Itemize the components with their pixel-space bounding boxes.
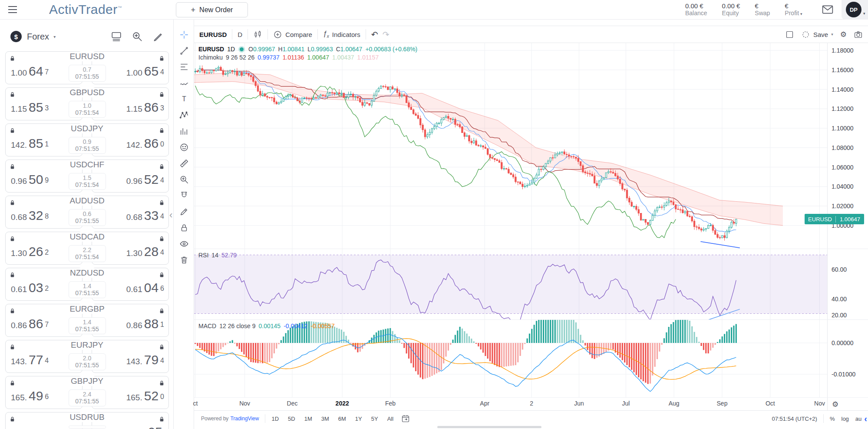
lock-icon[interactable] [10, 416, 15, 422]
eye-icon[interactable] [179, 239, 189, 249]
price-plot[interactable] [194, 43, 827, 249]
watchlist-display-icon[interactable] [111, 31, 122, 42]
lock-icon[interactable] [159, 163, 165, 170]
account-metric[interactable]: 0.00 €Equity [722, 2, 740, 18]
range-1y[interactable]: 1Y [355, 416, 362, 422]
range-1m[interactable]: 1M [304, 416, 312, 422]
rsi-axis[interactable]: 60.0040.0020.00 [827, 249, 868, 319]
scale-option-%[interactable]: % [830, 416, 835, 422]
lock-icon[interactable] [159, 380, 165, 386]
lock-icon[interactable] [10, 308, 15, 314]
camera-icon[interactable] [854, 30, 863, 39]
rsi-plot[interactable] [194, 249, 827, 319]
axis-settings-gear-icon[interactable]: ⚙ [832, 400, 838, 409]
mail-icon[interactable] [822, 5, 833, 14]
macd-plot[interactable] [194, 320, 827, 397]
user-menu[interactable]: DP ▾ [842, 0, 868, 20]
lock-icon[interactable] [10, 91, 15, 98]
compare-button[interactable]: Compare [273, 30, 312, 39]
range-all[interactable]: All [387, 416, 393, 422]
account-metric[interactable]: €Swap [755, 2, 770, 18]
draw-icon[interactable] [152, 31, 164, 42]
lock-icon[interactable] [10, 272, 15, 278]
lock-icon[interactable] [10, 380, 15, 386]
tradingview-link[interactable]: TradingView [230, 416, 259, 422]
lock-icon[interactable] [159, 344, 165, 350]
ruler-icon[interactable] [179, 159, 189, 168]
crosshair-icon[interactable] [179, 30, 189, 40]
new-order-button[interactable]: + New Order [176, 2, 248, 17]
symbol-search-button[interactable]: EURUSD [199, 31, 227, 38]
lock-icon[interactable] [159, 416, 165, 422]
spread-box [69, 426, 106, 429]
spread-box: 1.007:51:54 [69, 101, 106, 118]
save-button[interactable]: Save ▾ [801, 30, 833, 39]
text-icon[interactable]: T [179, 94, 189, 104]
spread-box: 0.707:51:55 [69, 65, 106, 82]
lock-icon[interactable] [159, 200, 165, 206]
indicators-button[interactable]: ƒx Indicators [323, 30, 360, 39]
lock-icon[interactable] [10, 236, 15, 242]
group-selector[interactable]: Forex [27, 32, 49, 42]
range-6m[interactable]: 6M [338, 416, 346, 422]
redo-button[interactable]: ↷ [383, 30, 389, 39]
lock-icon[interactable] [10, 127, 15, 134]
trend-line-icon[interactable] [179, 46, 189, 56]
emoji-icon[interactable] [179, 143, 189, 152]
scrollbar[interactable] [437, 426, 541, 428]
price-value: 0.96524 [126, 172, 164, 187]
range-5y[interactable]: 5Y [371, 416, 378, 422]
clock-label[interactable]: 07:51:54 (UTC+2) [772, 416, 817, 422]
lock-icon[interactable] [159, 272, 165, 278]
undo-button[interactable]: ↶ [371, 30, 378, 39]
account-metric[interactable]: 0.00 €Balance [685, 2, 707, 18]
lock-icon[interactable] [10, 200, 15, 206]
candles-style-icon[interactable] [253, 30, 262, 39]
watchlist-item: 142.851142.860USDJPY0.907:51:55 [5, 123, 169, 157]
range-5d[interactable]: 5D [288, 416, 295, 422]
lock-icon[interactable] [159, 236, 165, 242]
gear-icon[interactable]: ⚙ [840, 30, 847, 39]
interval-button[interactable]: D [238, 31, 242, 38]
xabcd-pattern-icon[interactable] [179, 110, 189, 120]
rsi-legend: RSI1452.79 [198, 251, 237, 259]
range-1d[interactable]: 1D [271, 416, 279, 422]
zoom-in-icon[interactable] [132, 31, 143, 42]
scale-option-au[interactable]: au [855, 416, 861, 422]
account-metric[interactable]: €Profit▾ [785, 2, 802, 18]
market-status-dot [240, 47, 244, 51]
lock-icon[interactable] [159, 308, 165, 314]
lock-icon[interactable] [159, 55, 165, 62]
sidebar-collapse-icon[interactable]: ‹ [169, 210, 172, 221]
trash-icon[interactable] [179, 255, 189, 265]
symbol-label: USDCHF [66, 160, 109, 170]
lock-icon[interactable] [10, 55, 15, 62]
lock-icon[interactable] [179, 223, 189, 233]
spread-box: 2.407:51:55 [69, 389, 106, 406]
panel-layout-icon[interactable] [785, 30, 794, 39]
watchlist-item: 1.302621.30284USDCAD2.207:51:54 [5, 232, 169, 266]
lock-icon[interactable] [10, 344, 15, 350]
scale-option-log[interactable]: log [842, 416, 849, 422]
zoom-in-icon[interactable] [179, 175, 189, 184]
macd-axis[interactable]: 0.00000-0.01000 [827, 320, 868, 397]
collapse-chevron-icon[interactable]: ‹ [864, 416, 867, 422]
indicator-params: 9 26 52 26 [226, 53, 254, 62]
lock-icon[interactable] [10, 163, 15, 170]
time-label: Nov [239, 400, 250, 407]
menu-icon[interactable] [8, 6, 17, 13]
lock-icon[interactable] [159, 127, 165, 134]
price-value: 0.61032 [11, 280, 49, 295]
goto-date-icon[interactable] [401, 414, 410, 423]
last-price-badge: EURUSD 1.00647 [805, 214, 864, 224]
time-axis[interactable]: ctNovDec2022FebApr2JunJulAugSepOctNov ⚙ [194, 397, 868, 410]
magnet-icon[interactable] [179, 191, 189, 200]
legend-value: 0.99737 [257, 53, 280, 62]
fib-retracement-icon[interactable] [179, 62, 189, 72]
avatar[interactable]: DP [846, 2, 861, 17]
range-3m[interactable]: 3M [321, 416, 329, 422]
brush-icon[interactable] [179, 78, 189, 88]
edit-icon[interactable] [179, 207, 189, 216]
lock-icon[interactable] [159, 91, 165, 98]
forecast-icon[interactable] [179, 126, 189, 136]
